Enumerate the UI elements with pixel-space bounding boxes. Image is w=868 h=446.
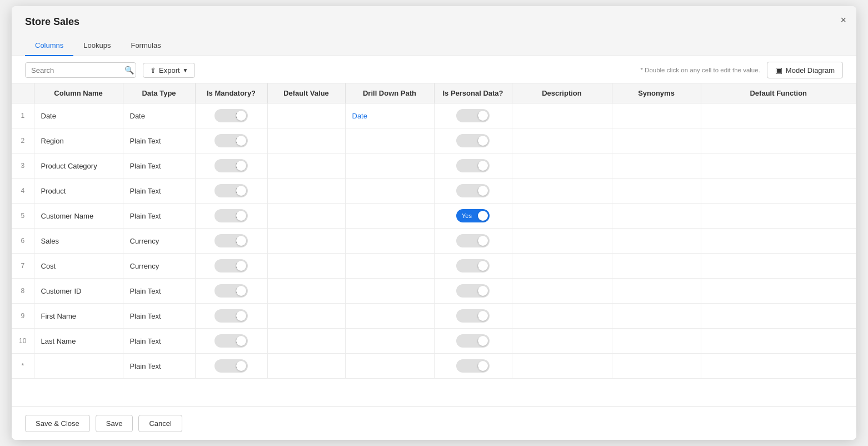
cell-description[interactable] [512, 179, 612, 204]
cell-mandatory[interactable]: No [195, 304, 267, 329]
cell-personal[interactable]: No [434, 103, 512, 128]
cell-personal[interactable]: No [434, 279, 512, 304]
cell-func[interactable] [701, 279, 856, 304]
cell-synonyms[interactable] [612, 254, 701, 279]
toggle-mandatory[interactable]: No [214, 359, 248, 373]
toggle-mandatory[interactable]: No [214, 109, 248, 122]
close-button[interactable]: × [840, 15, 846, 25]
cell-mandatory[interactable]: No [195, 153, 267, 179]
cell-mandatory[interactable]: No [195, 204, 267, 229]
cell-synonyms[interactable] [612, 304, 701, 329]
cell-drilldown[interactable] [345, 204, 434, 229]
cell-synonyms[interactable] [612, 153, 701, 179]
cell-default-value[interactable] [267, 229, 345, 254]
cell-datatype[interactable]: Plain Text [123, 279, 195, 304]
toggle-personal[interactable]: No [456, 109, 490, 122]
tab-lookups[interactable]: Lookups [73, 36, 121, 56]
cell-synonyms[interactable] [612, 204, 701, 229]
toggle-mandatory[interactable]: No [214, 209, 248, 222]
toggle-personal[interactable]: Yes [456, 209, 490, 222]
cell-drilldown[interactable]: Date [345, 103, 434, 128]
cell-synonyms[interactable] [612, 354, 701, 379]
cell-datatype[interactable]: Plain Text [123, 204, 195, 229]
table-row[interactable]: 9First NamePlain TextNoNo [12, 304, 856, 329]
cell-personal[interactable]: No [434, 128, 512, 153]
cell-personal[interactable]: No [434, 254, 512, 279]
cell-colname[interactable]: First Name [34, 304, 123, 329]
cell-default-value[interactable] [267, 204, 345, 229]
cell-drilldown[interactable] [345, 304, 434, 329]
cell-default-value[interactable] [267, 103, 345, 128]
cell-personal[interactable]: No [434, 229, 512, 254]
cell-func[interactable] [701, 304, 856, 329]
toggle-personal[interactable]: No [456, 184, 490, 197]
cell-func[interactable] [701, 254, 856, 279]
cell-func[interactable] [701, 354, 856, 379]
cell-personal[interactable]: No [434, 329, 512, 354]
cell-mandatory[interactable]: No [195, 354, 267, 379]
cell-mandatory[interactable]: No [195, 128, 267, 153]
cell-synonyms[interactable] [612, 329, 701, 354]
table-row[interactable]: 2RegionPlain TextNoNo [12, 128, 856, 153]
cell-colname[interactable]: Customer ID [34, 279, 123, 304]
cell-drilldown[interactable] [345, 354, 434, 379]
cell-colname[interactable]: Cost [34, 254, 123, 279]
cell-description[interactable] [512, 128, 612, 153]
cell-drilldown[interactable] [345, 229, 434, 254]
cell-mandatory[interactable]: No [195, 103, 267, 128]
toggle-mandatory[interactable]: No [214, 159, 248, 172]
toggle-mandatory[interactable]: No [214, 134, 248, 147]
cell-drilldown[interactable] [345, 279, 434, 304]
cell-drilldown[interactable] [345, 329, 434, 354]
cell-colname[interactable]: Region [34, 128, 123, 153]
table-row[interactable]: *Plain TextNoNo [12, 354, 856, 379]
table-row[interactable]: 8Customer IDPlain TextNoNo [12, 279, 856, 304]
save-close-button[interactable]: Save & Close [25, 415, 90, 432]
tab-formulas[interactable]: Formulas [121, 36, 171, 56]
toggle-personal[interactable]: No [456, 159, 490, 172]
toggle-mandatory[interactable]: No [214, 184, 248, 197]
cell-datatype[interactable]: Currency [123, 229, 195, 254]
cell-description[interactable] [512, 354, 612, 379]
cell-mandatory[interactable]: No [195, 329, 267, 354]
cell-personal[interactable]: No [434, 179, 512, 204]
toggle-mandatory[interactable]: No [214, 234, 248, 247]
export-button[interactable]: ⇧ Export ▼ [143, 63, 195, 78]
cell-synonyms[interactable] [612, 279, 701, 304]
cell-func[interactable] [701, 103, 856, 128]
cell-colname[interactable]: Last Name [34, 329, 123, 354]
toggle-mandatory[interactable]: No [214, 309, 248, 323]
cell-mandatory[interactable]: No [195, 229, 267, 254]
table-row[interactable]: 5Customer NamePlain TextNoYes [12, 204, 856, 229]
cell-description[interactable] [512, 254, 612, 279]
cell-synonyms[interactable] [612, 103, 701, 128]
cell-drilldown[interactable] [345, 254, 434, 279]
cell-colname[interactable]: Date [34, 103, 123, 128]
cell-colname[interactable]: Customer Name [34, 204, 123, 229]
cell-description[interactable] [512, 279, 612, 304]
cell-description[interactable] [512, 204, 612, 229]
toggle-personal[interactable]: No [456, 284, 490, 298]
cell-default-value[interactable] [267, 304, 345, 329]
cell-datatype[interactable]: Plain Text [123, 304, 195, 329]
cell-synonyms[interactable] [612, 179, 701, 204]
cell-description[interactable] [512, 153, 612, 179]
cell-colname[interactable] [34, 354, 123, 379]
cell-drilldown[interactable] [345, 179, 434, 204]
cell-datatype[interactable]: Date [123, 103, 195, 128]
search-input[interactable] [31, 66, 124, 75]
table-row[interactable]: 7CostCurrencyNoNo [12, 254, 856, 279]
cell-func[interactable] [701, 329, 856, 354]
save-button[interactable]: Save [96, 415, 133, 432]
cell-personal[interactable]: Yes [434, 204, 512, 229]
cell-default-value[interactable] [267, 153, 345, 179]
cell-description[interactable] [512, 103, 612, 128]
toggle-personal[interactable]: No [456, 234, 490, 247]
cell-description[interactable] [512, 304, 612, 329]
cell-colname[interactable]: Product Category [34, 153, 123, 179]
cell-func[interactable] [701, 128, 856, 153]
search-box[interactable]: 🔍 [25, 62, 136, 78]
drilldown-link[interactable]: Date [352, 112, 367, 120]
cell-mandatory[interactable]: No [195, 279, 267, 304]
cell-colname[interactable]: Product [34, 179, 123, 204]
